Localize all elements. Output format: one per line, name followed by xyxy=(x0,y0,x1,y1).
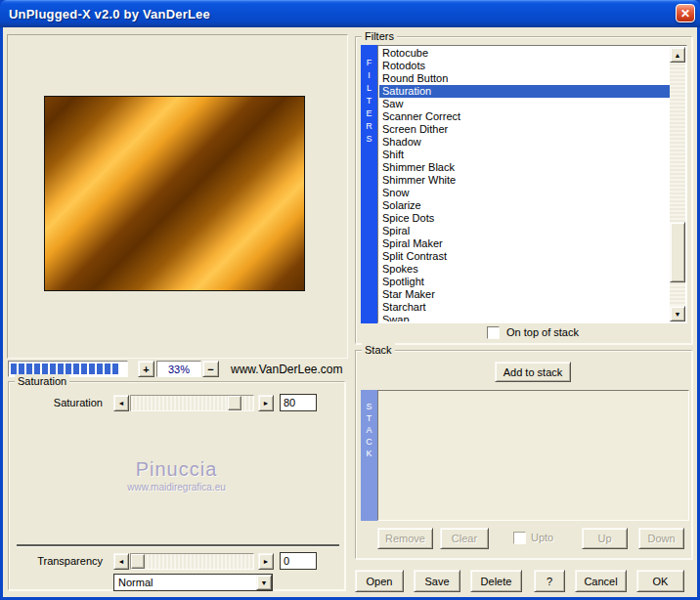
scroll-up-button[interactable]: ▲ xyxy=(670,47,685,63)
filter-list-item[interactable]: Spice Dots xyxy=(379,212,670,225)
scrollbar-thumb[interactable] xyxy=(670,222,685,282)
delete-button[interactable]: Delete xyxy=(470,570,522,592)
watermark-name: Pinuccia xyxy=(9,458,344,481)
filter-list-item[interactable]: Starchart xyxy=(379,301,670,314)
transparency-slider-track[interactable] xyxy=(130,553,254,570)
filter-list-item[interactable]: Shimmer Black xyxy=(379,161,670,174)
zoom-out-button[interactable]: − xyxy=(202,361,219,377)
banner-letter: S xyxy=(366,133,372,146)
close-icon: ✕ xyxy=(680,8,690,20)
saturation-group: Saturation Saturation ◄ ► Pinuccia www.m… xyxy=(8,381,345,590)
vendor-website-link: www.VanDerLee.com xyxy=(231,363,343,376)
banner-letter: K xyxy=(366,449,372,460)
progress-segment xyxy=(66,364,71,374)
banner-letter: I xyxy=(368,69,371,82)
filter-list-item[interactable]: Spiral Maker xyxy=(379,237,670,250)
progress-segment xyxy=(58,364,64,374)
filter-list-item[interactable]: Rotodots xyxy=(379,60,670,72)
stack-group: Stack Add to stack S T A C K Remove Clea… xyxy=(355,350,692,559)
saturation-slider-track[interactable] xyxy=(130,395,254,411)
divider xyxy=(17,544,339,546)
unplugged-x-dialog: UnPlugged-X v2.0 by VanDerLee ✕ + 33% − … xyxy=(0,0,700,600)
arrow-right-icon: ► xyxy=(263,558,270,565)
filter-list-item[interactable]: Shimmer White xyxy=(379,174,670,187)
arrow-left-icon: ◄ xyxy=(118,558,125,565)
filters-vertical-banner: F I L T E R S xyxy=(361,45,377,323)
filter-list-item[interactable]: Star Maker xyxy=(379,288,670,301)
transparency-decrement-button[interactable]: ◄ xyxy=(113,553,129,570)
stack-list[interactable] xyxy=(377,390,689,521)
filter-list-item[interactable]: Spiral xyxy=(379,225,670,237)
cancel-button[interactable]: Cancel xyxy=(575,570,627,592)
filter-list: Rotocube Rotodots Round Button Saturatio… xyxy=(377,45,687,323)
filter-list-item[interactable]: Spotlight xyxy=(379,276,670,288)
saturation-slider-thumb[interactable] xyxy=(228,396,241,410)
dialog-body: + 33% − www.VanDerLee.com Saturation Sat… xyxy=(3,27,697,597)
banner-letter: C xyxy=(366,437,372,449)
filter-list-item[interactable]: Scanner Correct xyxy=(379,110,670,123)
banner-letter: F xyxy=(367,57,372,69)
saturation-decrement-button[interactable]: ◄ xyxy=(113,395,129,411)
filter-list-rows: Rotocube Rotodots Round Button Saturatio… xyxy=(379,47,670,321)
progress-segment xyxy=(81,364,87,374)
close-button[interactable]: ✕ xyxy=(676,4,695,22)
blend-mode-dropdown[interactable]: Normal ▼ xyxy=(113,574,273,591)
transparency-slider-thumb[interactable] xyxy=(131,554,145,569)
stack-group-title: Stack xyxy=(362,343,395,357)
filter-list-item-selected[interactable]: Saturation xyxy=(379,85,670,98)
filter-list-item[interactable]: Solarize xyxy=(379,199,670,212)
clear-button[interactable]: Clear xyxy=(440,528,489,549)
on-top-of-stack-checkbox[interactable] xyxy=(487,326,500,339)
filters-group: Filters F I L T E R S Rotocube Rotodots … xyxy=(355,36,692,344)
remove-button[interactable]: Remove xyxy=(377,528,433,549)
zoom-in-button[interactable]: + xyxy=(138,361,154,377)
filter-list-item[interactable]: Round Button xyxy=(379,72,670,85)
filter-list-item[interactable]: Shadow xyxy=(379,136,670,149)
filter-list-item[interactable]: Shift xyxy=(379,149,670,161)
scroll-down-button[interactable]: ▼ xyxy=(670,306,685,321)
progress-segment xyxy=(73,364,79,374)
chevron-down-icon: ▼ xyxy=(261,579,268,586)
upto-label: Upto xyxy=(531,532,553,544)
up-button[interactable]: Up xyxy=(582,528,628,549)
preview-panel xyxy=(7,34,348,359)
down-button[interactable]: Down xyxy=(638,528,684,549)
transparency-increment-button[interactable]: ► xyxy=(258,553,274,570)
arrow-down-icon: ▼ xyxy=(675,311,681,318)
banner-letter: T xyxy=(367,95,372,107)
filter-list-item[interactable]: Split Contrast xyxy=(379,250,670,263)
blend-mode-dropdown-button[interactable]: ▼ xyxy=(256,575,272,590)
filter-list-item[interactable]: Screen Dither xyxy=(379,123,670,136)
filter-list-item[interactable]: Spokes xyxy=(379,263,670,276)
arrow-up-icon: ▲ xyxy=(675,52,681,59)
add-to-stack-button[interactable]: Add to stack xyxy=(495,362,571,382)
progress-segment xyxy=(34,364,40,374)
open-button[interactable]: Open xyxy=(355,570,404,592)
progress-segment xyxy=(11,364,17,374)
saturation-increment-button[interactable]: ► xyxy=(258,395,274,411)
filter-list-item[interactable]: Rotocube xyxy=(379,47,670,60)
save-button[interactable]: Save xyxy=(414,570,460,592)
banner-letter: T xyxy=(367,413,372,425)
progress-segment xyxy=(19,364,24,374)
progress-segment xyxy=(105,364,110,374)
filter-list-item[interactable]: Saw xyxy=(379,98,670,110)
filters-group-title: Filters xyxy=(362,29,397,43)
upto-checkbox[interactable] xyxy=(513,532,526,544)
transparency-value-input[interactable] xyxy=(280,552,317,570)
progress-segment xyxy=(112,364,118,374)
help-button[interactable]: ? xyxy=(534,570,565,592)
watermark-url: www.maidiregrafica.eu xyxy=(9,482,344,493)
banner-letter: S xyxy=(366,402,372,413)
filter-list-item[interactable]: Swap xyxy=(379,314,670,321)
ok-button[interactable]: OK xyxy=(636,570,684,592)
title-bar[interactable]: UnPlugged-X v2.0 by VanDerLee ✕ xyxy=(0,0,700,27)
preview-image[interactable] xyxy=(44,96,305,291)
transparency-label: Transparency xyxy=(26,553,103,570)
banner-letter: L xyxy=(367,82,372,95)
saturation-value-input[interactable] xyxy=(280,394,317,411)
progress-segment xyxy=(89,364,95,374)
filter-list-scrollbar[interactable]: ▲ ▼ xyxy=(670,47,685,321)
progress-segment xyxy=(50,364,56,374)
filter-list-item[interactable]: Snow xyxy=(379,187,670,199)
